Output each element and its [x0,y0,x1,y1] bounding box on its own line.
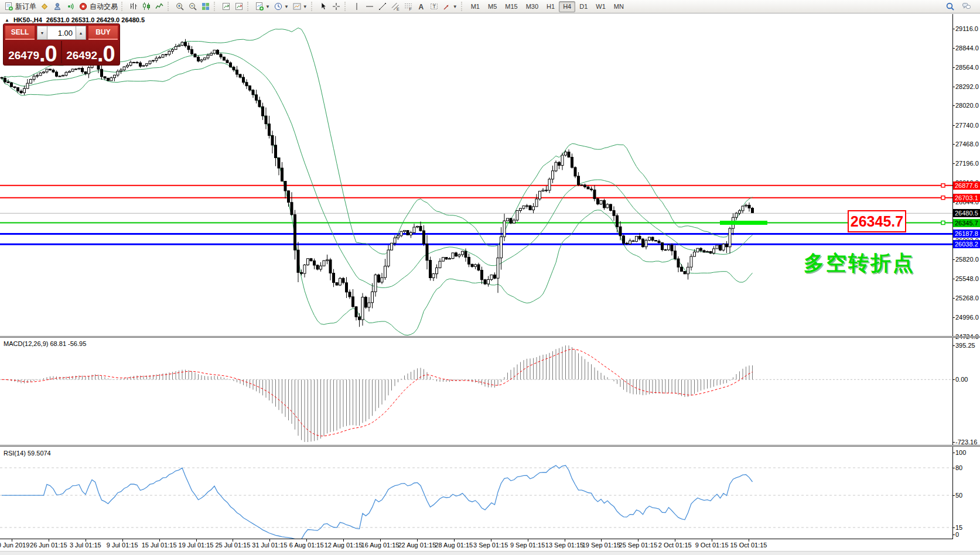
toolbar-button-templates[interactable]: ▼ [291,1,309,12]
toolbar-button-vline[interactable] [350,1,363,12]
timeframe-button-mn[interactable]: MN [610,1,628,12]
hline-icon [365,2,374,11]
toolbar-button-hline[interactable] [363,1,376,12]
price-tick-label: 27740.0 [955,122,979,129]
rsi-indicator-pane[interactable] [0,447,980,539]
turning-point-annotation-text[interactable]: 多空转折点 [804,249,915,277]
rsi-name: RSI(14) [4,450,26,457]
search-icon [945,2,955,11]
toolbar-button-chart-line[interactable] [153,1,166,12]
volume-input[interactable]: 1.00 [47,26,76,40]
timeframe-button-h1[interactable]: H1 [542,1,559,12]
sell-button[interactable]: SELL [5,26,35,40]
toolbar-group-separator [311,2,315,11]
toolbar-button-label[interactable]: T [428,1,441,12]
toolbar-button-profile[interactable] [51,1,64,12]
date-label: 26 Jun 01:15 [30,542,67,549]
toolbar-button-community[interactable] [960,1,973,12]
toolbar-group-separator [461,2,465,11]
toolbar-button-tline[interactable] [376,1,389,12]
trade-panel-divider [61,41,62,63]
rsi-tick-mark [952,527,955,528]
macd-indicator-pane[interactable] [0,338,980,445]
text-icon: A [416,2,426,11]
zoom-out-icon [188,2,197,11]
date-label: 3 Sep 01:15 [473,542,508,549]
volume-increase-button[interactable]: ▲ [76,26,86,40]
toolbar-button-chart-candles[interactable] [140,1,153,12]
toolbar-button-cursor[interactable] [317,1,330,12]
macd-tick-mark [952,442,955,443]
volume-decrease-button[interactable]: ▼ [37,26,47,40]
toolbar-button-fibo[interactable]: F [402,1,415,12]
price-tick-mark [952,279,955,279]
date-label: 6 Aug 01:15 [289,542,324,549]
toolbar-button-arrange-b[interactable] [233,1,245,12]
timeframe-button-w1[interactable]: W1 [592,1,610,12]
rsi-panel-resize-divider[interactable] [0,445,980,447]
toolbar-button-text[interactable]: A [415,1,428,12]
date-label: 12 Aug 01:15 [325,542,363,549]
mt4-window: 新订单自动交易▼▼▼EFAT▼M1M5M15M30H1H4D1W1MN ▲ HK… [0,0,980,555]
toolbar-button-new-chart[interactable]: ▼ [253,1,272,12]
toolbar-button-zoom-in[interactable] [173,1,186,12]
dropdown-arrow-icon[interactable]: ▼ [284,4,289,9]
price-badge-current-price: 26480.5 [953,209,980,217]
toolbar-button-quotes[interactable] [38,1,51,12]
buy-price-int: 26492 [66,48,97,63]
toolbar-button-autotrade[interactable]: 自动交易 [77,1,119,12]
price-chart[interactable] [0,14,980,338]
price-tick-mark [952,259,955,260]
toolbar-button-chart-bars[interactable] [127,1,140,12]
toolbar-group-separator [168,2,172,11]
macd-panel-resize-divider[interactable] [0,336,980,338]
chart-symbol-period: HK50-,H4 [13,16,42,23]
dropdown-arrow-icon[interactable]: ▼ [265,4,270,9]
svg-text:F: F [409,7,411,11]
timeframe-button-m1[interactable]: M1 [467,1,484,12]
buy-price[interactable]: 26492.0 [63,41,118,63]
date-label: 31 Jul 01:15 [252,542,287,549]
price-level-annotation-box[interactable]: 26345.7 [848,210,906,232]
date-label: 28 Aug 01:15 [435,542,473,549]
price-tick-mark [952,144,955,145]
sell-price[interactable]: 26479.0 [5,41,60,63]
timeframe-button-m30[interactable]: M30 [522,1,542,12]
dropdown-arrow-icon[interactable]: ▼ [453,4,457,9]
zoom-in-icon [175,2,185,11]
price-tick-mark [952,29,955,29]
chart-bars-icon [129,2,138,11]
toolbar-button-shapes[interactable]: ▼ [441,1,459,12]
date-label: 3 Jul 01:15 [70,542,101,549]
arrange-a-icon [221,2,231,11]
toolbar-button-crosshair[interactable] [330,1,343,12]
dropdown-arrow-icon[interactable]: ▼ [303,4,308,9]
date-label: 19 Jul 01:15 [179,542,214,549]
timeframe-button-h4[interactable]: H4 [559,1,575,12]
date-label: 20 Jun 2019 [0,542,29,549]
toolbar-button-search[interactable] [944,1,957,12]
fibo-icon: F [404,2,413,11]
arrange-b-icon [234,2,244,11]
collapse-trade-panel-icon[interactable]: ▲ [5,18,9,23]
toolbar-button-new-order[interactable]: 新订单 [2,1,38,12]
toolbar-button-arrange-a[interactable] [220,1,233,12]
toolbar-button-channel[interactable]: E [389,1,402,12]
timeframe-button-d1[interactable]: D1 [575,1,592,12]
toolbar-button-signals[interactable] [64,1,77,12]
price-tick-mark [952,67,955,68]
date-label: 16 Aug 01:15 [361,542,399,549]
toolbar-button-zoom-out[interactable] [186,1,199,12]
line-end-marker[interactable] [941,184,945,187]
toolbar-group-separator [121,2,125,11]
timeframe-button-m5[interactable]: M5 [484,1,501,12]
timeframe-button-m15[interactable]: M15 [501,1,521,12]
line-end-marker[interactable] [941,221,945,225]
signals-icon [66,2,75,11]
price-tick-mark [952,87,955,87]
buy-button[interactable]: BUY [88,26,118,40]
toolbar-button-tiles[interactable] [199,1,212,12]
toolbar-button-periods[interactable]: ▼ [272,1,291,12]
buy-price-dec: .0 [97,44,115,63]
line-end-marker[interactable] [941,196,945,200]
